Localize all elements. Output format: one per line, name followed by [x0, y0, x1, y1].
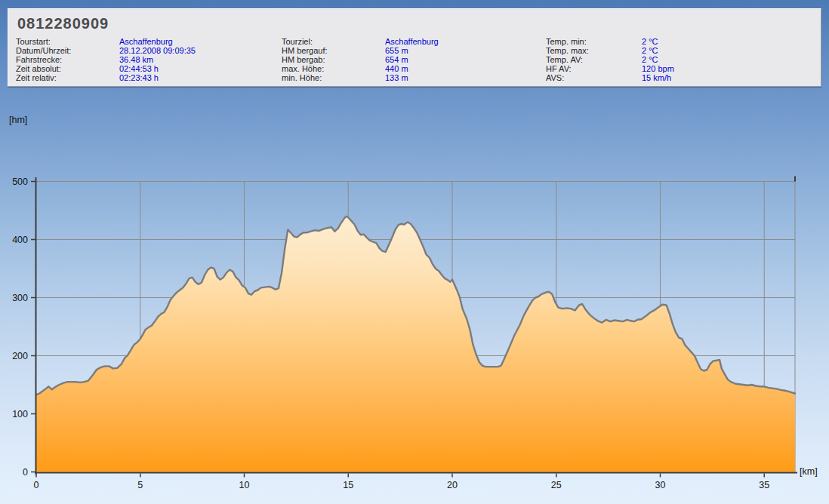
info-value: 2 °C: [642, 46, 658, 55]
y-tick-label: 0: [23, 467, 28, 478]
info-value: 133 m: [385, 73, 408, 82]
info-label: HF AV:: [546, 64, 642, 73]
info-row: Tourstart:Aschaffenburg: [16, 37, 196, 46]
info-label: Zeit absolut:: [16, 64, 119, 73]
info-row: Tourziel:Aschaffenburg: [282, 37, 439, 46]
tour-profile-window: { "header": { "title": "0812280909", "co…: [0, 0, 829, 504]
y-tick-label: 200: [12, 351, 28, 361]
x-tick-label: 0: [34, 480, 39, 490]
tour-info-column-stats: Temp. min:2 °C Temp. max:2 °C Temp. AV:2…: [546, 37, 674, 82]
x-tick-label: 10: [239, 480, 250, 490]
tour-info-column-start: Tourstart:Aschaffenburg Datum/Uhrzeit:28…: [16, 37, 196, 82]
info-value: 02:44:53 h: [119, 64, 159, 73]
info-label: Temp. AV:: [546, 55, 642, 64]
info-label: Temp. min:: [546, 37, 642, 46]
info-value: 655 m: [385, 46, 408, 55]
y-tick-label: 400: [12, 235, 28, 245]
info-row: min. Höhe:133 m: [282, 73, 439, 82]
x-tick-label: 30: [655, 480, 666, 490]
info-value: Aschaffenburg: [385, 37, 439, 46]
info-row: HM bergab:654 m: [282, 55, 439, 64]
info-value: 02:23:43 h: [119, 73, 159, 82]
info-label: Datum/Uhrzeit:: [16, 46, 119, 55]
y-tick-label: 300: [12, 293, 28, 303]
info-value: 28.12.2008 09:09:35: [119, 46, 196, 55]
tour-info-column-elevation: Tourziel:Aschaffenburg HM bergauf:655 m …: [282, 37, 439, 82]
elevation-area: [36, 217, 795, 472]
info-label: min. Höhe:: [282, 73, 385, 82]
info-label: Tourziel:: [282, 37, 385, 46]
info-label: Zeit relativ:: [16, 73, 119, 82]
info-label: HM bergab:: [282, 55, 385, 64]
x-tick-label: 20: [447, 480, 458, 490]
info-value: 440 m: [385, 64, 408, 73]
info-value: 120 bpm: [642, 64, 674, 73]
info-row: Datum/Uhrzeit:28.12.2008 09:09:35: [16, 46, 196, 55]
y-axis-unit-label: [hm]: [9, 115, 27, 125]
info-label: Temp. max:: [546, 46, 642, 55]
x-tick-label: 35: [759, 480, 769, 490]
info-row: Fahrstrecke:36.48 km: [16, 55, 196, 64]
info-row: Temp. min:2 °C: [546, 37, 674, 46]
info-label: max. Höhe:: [282, 64, 385, 73]
info-value: 15 km/h: [642, 73, 671, 82]
tour-title: 0812280909: [17, 15, 109, 32]
info-value: 654 m: [385, 55, 408, 64]
info-row: Zeit absolut:02:44:53 h: [16, 64, 196, 73]
x-tick-label: 5: [137, 480, 143, 490]
info-row: Temp. max:2 °C: [546, 46, 674, 55]
info-value: 2 °C: [642, 55, 658, 64]
info-value: 36.48 km: [119, 55, 153, 64]
info-row: HM bergauf:655 m: [282, 46, 439, 55]
info-label: HM bergauf:: [282, 46, 385, 55]
info-row: max. Höhe:440 m: [282, 64, 439, 73]
info-label: Fahrstrecke:: [16, 55, 119, 64]
x-axis-unit-label: [km]: [800, 466, 818, 477]
info-row: Zeit relativ:02:23:43 h: [16, 73, 196, 82]
info-label: AVS:: [546, 73, 642, 82]
x-tick-label: 25: [551, 480, 562, 490]
info-row: HF AV:120 bpm: [546, 64, 674, 73]
info-value: 2 °C: [642, 37, 658, 46]
info-row: Temp. AV:2 °C: [546, 55, 674, 64]
x-tick-label: 15: [343, 480, 353, 490]
info-label: Tourstart:: [16, 37, 119, 46]
y-tick-label: 100: [12, 409, 28, 419]
tour-info-panel: 0812280909 Tourstart:Aschaffenburg Datum…: [8, 8, 821, 87]
info-row: AVS:15 km/h: [546, 73, 674, 82]
y-tick-label: 500: [12, 177, 28, 187]
info-value: Aschaffenburg: [119, 37, 173, 46]
